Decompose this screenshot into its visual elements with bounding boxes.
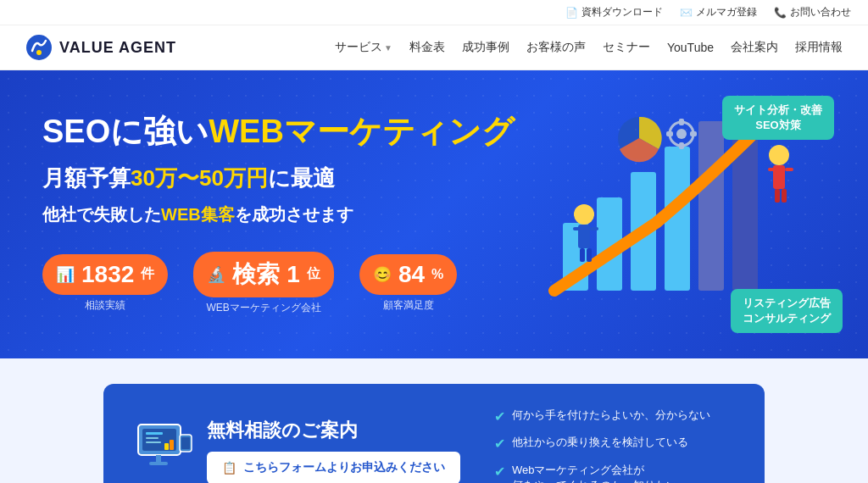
monitor-icon-svg: [134, 416, 193, 475]
svg-rect-25: [679, 142, 684, 149]
nav-item-voice[interactable]: お客様の声: [526, 40, 586, 55]
check-text-2: 他社からの乗り換えを検討している: [512, 435, 688, 450]
nav-success-label: 成功事例: [462, 40, 509, 55]
svg-rect-31: [146, 437, 159, 439]
hero-desc-suffix: を成功させます: [235, 205, 353, 224]
hero-stats: 📊 1832 件 相談実績 🔬 検索 1 位 WEBマーケティング会社: [42, 252, 534, 315]
svg-point-0: [26, 35, 52, 60]
svg-rect-34: [170, 440, 174, 450]
consult-device-icon: [134, 416, 193, 483]
svg-rect-26: [666, 131, 673, 136]
stat-number-3: 84: [398, 261, 425, 288]
mailmag-link[interactable]: ✉️ メルマガ登録: [680, 5, 757, 19]
tag-seo-text: サイト分析・改善SEO対策: [734, 103, 822, 131]
nav-voice-label: お客様の声: [526, 40, 586, 55]
stat-unit-1: 件: [141, 265, 154, 283]
nav-item-seminar[interactable]: セミナー: [603, 40, 650, 55]
nav-item-recruit[interactable]: 採用情報: [795, 40, 843, 55]
flask-icon: 🔬: [207, 265, 225, 284]
check-text-3: Webマーケティング会社が何をやってくれるのか、知りたい: [512, 463, 677, 483]
nav-item-price[interactable]: 料金表: [409, 40, 445, 55]
hero-subtitle-prefix: 月額予算: [42, 165, 131, 191]
nav-item-service[interactable]: サービス ▼: [335, 40, 392, 55]
svg-rect-30: [146, 432, 163, 435]
svg-rect-20: [782, 189, 787, 203]
hero-content: SEOに強いWEBマーケティング 月額予算30万〜50万円に最適 他社で失敗した…: [42, 113, 534, 315]
svg-rect-33: [164, 443, 169, 450]
site-header: VALUE AGENT サービス ▼ 料金表 成功事例 お客様の声 セミナー Y…: [0, 25, 868, 70]
svg-rect-12: [590, 227, 598, 230]
svg-rect-36: [149, 462, 168, 465]
contact-link[interactable]: 📞 お問い合わせ: [774, 5, 851, 19]
check-item-1: ✔ 何から手を付けたらよいか、分からない: [494, 408, 710, 426]
stat-label-1: 相談実績: [85, 298, 125, 313]
chevron-down-icon: ▼: [384, 43, 392, 53]
hero-subtitle: 月額予算30万〜50万円に最適: [42, 164, 534, 193]
hero-desc-prefix: 他社で失敗した: [42, 205, 161, 224]
svg-rect-6: [698, 121, 724, 291]
nav-seminar-label: セミナー: [603, 40, 650, 55]
svg-rect-14: [587, 248, 592, 262]
stat-consultations: 📊 1832 件 相談実績: [42, 254, 168, 313]
stat-unit-2: 位: [307, 265, 320, 283]
consult-box: 無料相談のご案内 📋 こちらフォームよりお申込みください ✔ 何から手を付けたら…: [103, 384, 765, 483]
form-icon: 📋: [222, 461, 236, 475]
nav-item-success[interactable]: 成功事例: [462, 40, 509, 55]
hero-desc: 他社で失敗したWEB集客を成功させます: [42, 203, 534, 226]
consult-text-area: 無料相談のご案内 📋 こちらフォームよりお申込みください: [207, 418, 460, 483]
logo-icon: [25, 34, 53, 61]
consult-btn-label: こちらフォームよりお申込みください: [243, 460, 445, 475]
phone-icon: 📞: [774, 7, 787, 19]
svg-rect-19: [775, 189, 780, 203]
svg-rect-24: [679, 119, 684, 125]
consult-form-button[interactable]: 📋 こちらフォームよりお申込みください: [207, 452, 460, 483]
smile-icon: 😊: [373, 265, 392, 284]
check-icon-2: ✔: [494, 435, 505, 453]
svg-point-9: [574, 204, 594, 225]
logo[interactable]: VALUE AGENT: [25, 34, 176, 61]
stat-badge-2: 🔬 検索 1 位: [193, 252, 334, 297]
mailmag-label: メルマガ登録: [696, 5, 757, 19]
hero-title: SEOに強いWEBマーケティング: [42, 113, 534, 152]
consult-title: 無料相談のご案内: [207, 418, 460, 443]
nav-item-company[interactable]: 会社案内: [731, 40, 778, 55]
mail-icon: ✉️: [680, 7, 693, 19]
check-item-3: ✔ Webマーケティング会社が何をやってくれるのか、知りたい: [494, 463, 710, 483]
svg-point-1: [36, 50, 42, 55]
consult-checks: ✔ 何から手を付けたらよいか、分からない ✔ 他社からの乗り換えを検討している …: [494, 408, 710, 483]
main-nav: サービス ▼ 料金表 成功事例 お客様の声 セミナー YouTube 会社案内 …: [335, 40, 843, 55]
stat-badge-1: 📊 1832 件: [42, 254, 168, 295]
check-text-1: 何から手を付けたらよいか、分からない: [512, 408, 710, 423]
hero-title-prefix: SEOに強い: [42, 114, 209, 149]
svg-rect-27: [690, 131, 697, 136]
document-icon: 📄: [565, 7, 578, 19]
stat-label-3: 顧客満足度: [383, 298, 434, 313]
top-bar: 📄 資料ダウンロード ✉️ メルマガ登録 📞 お問い合わせ: [0, 0, 868, 25]
nav-item-youtube[interactable]: YouTube: [667, 41, 714, 54]
svg-rect-35: [156, 455, 161, 462]
svg-rect-38: [181, 437, 190, 449]
svg-rect-18: [785, 168, 793, 171]
download-label: 資料ダウンロード: [581, 5, 663, 19]
stat-number-2: 検索: [232, 258, 280, 291]
tag-listing: リスティング広告コンサルティング: [731, 289, 843, 333]
check-icon-3: ✔: [494, 463, 505, 481]
svg-point-15: [769, 145, 789, 165]
hero-section: SEOに強いWEBマーケティング 月額予算30万〜50万円に最適 他社で失敗した…: [0, 70, 868, 358]
tag-seo: サイト分析・改善SEO対策: [722, 96, 834, 140]
logo-text: VALUE AGENT: [59, 39, 176, 57]
nav-price-label: 料金表: [409, 40, 445, 55]
check-icon-1: ✔: [494, 408, 505, 426]
svg-rect-13: [580, 248, 585, 262]
stat-number-1: 1832: [81, 261, 134, 288]
nav-company-label: 会社案内: [731, 40, 778, 55]
svg-rect-17: [768, 168, 776, 171]
stat-rank: 1: [287, 261, 300, 288]
hero-desc-highlight: WEB集客: [161, 205, 235, 224]
consult-left: 無料相談のご案内 📋 こちらフォームよりお申込みください: [134, 416, 460, 483]
stat-ranking: 🔬 検索 1 位 WEBマーケティング会社: [193, 252, 334, 315]
tag-listing-text: リスティング広告コンサルティング: [743, 297, 831, 325]
stat-badge-3: 😊 84 %: [359, 254, 457, 295]
download-link[interactable]: 📄 資料ダウンロード: [565, 5, 663, 19]
stat-unit-3: %: [431, 267, 443, 282]
